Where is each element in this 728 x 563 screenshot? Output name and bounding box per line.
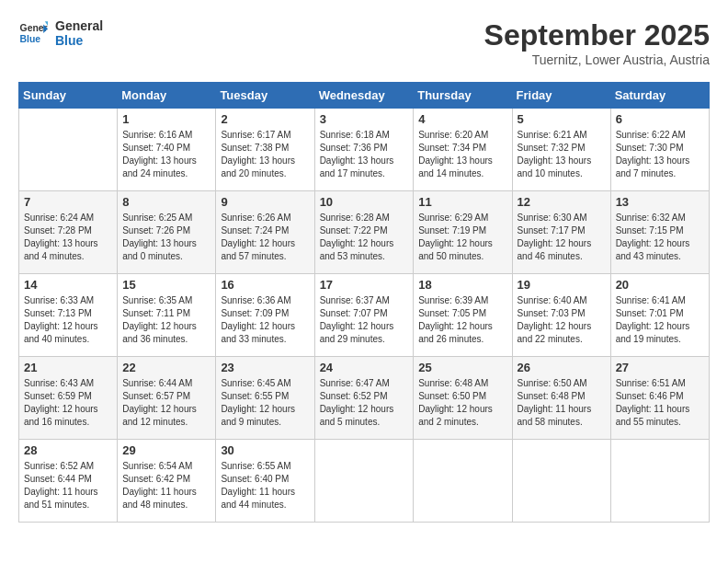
weekday-header-wednesday: Wednesday: [314, 83, 414, 109]
title-block: September 2025 Tuernitz, Lower Austria, …: [484, 18, 710, 67]
calendar-cell: 20Sunrise: 6:41 AM Sunset: 7:01 PM Dayli…: [610, 274, 709, 357]
day-number: 17: [320, 278, 409, 292]
day-number: 9: [221, 195, 309, 209]
calendar-cell: [314, 440, 414, 523]
day-info: Sunrise: 6:16 AM Sunset: 7:40 PM Dayligh…: [122, 129, 210, 180]
day-info: Sunrise: 6:54 AM Sunset: 6:42 PM Dayligh…: [122, 460, 210, 511]
calendar-cell: 10Sunrise: 6:28 AM Sunset: 7:22 PM Dayli…: [314, 191, 414, 274]
calendar-cell: 11Sunrise: 6:29 AM Sunset: 7:19 PM Dayli…: [414, 191, 512, 274]
calendar-cell: 13Sunrise: 6:32 AM Sunset: 7:15 PM Dayli…: [610, 191, 709, 274]
day-number: 25: [418, 361, 506, 374]
calendar-cell: 24Sunrise: 6:47 AM Sunset: 6:52 PM Dayli…: [314, 357, 414, 440]
calendar-cell: [19, 109, 118, 191]
day-number: 30: [221, 443, 309, 457]
day-info: Sunrise: 6:36 AM Sunset: 7:09 PM Dayligh…: [221, 294, 309, 346]
day-info: Sunrise: 6:50 AM Sunset: 6:48 PM Dayligh…: [518, 377, 606, 429]
day-number: 23: [221, 361, 309, 374]
week-row-3: 14Sunrise: 6:33 AM Sunset: 7:13 PM Dayli…: [19, 274, 710, 357]
weekday-header-sunday: Sunday: [19, 83, 118, 109]
day-info: Sunrise: 6:26 AM Sunset: 7:24 PM Dayligh…: [221, 212, 309, 263]
day-info: Sunrise: 6:30 AM Sunset: 7:17 PM Dayligh…: [518, 212, 606, 263]
day-info: Sunrise: 6:18 AM Sunset: 7:36 PM Dayligh…: [320, 129, 409, 180]
calendar-cell: 15Sunrise: 6:35 AM Sunset: 7:11 PM Dayli…: [118, 274, 216, 357]
day-info: Sunrise: 6:28 AM Sunset: 7:22 PM Dayligh…: [320, 212, 409, 263]
logo: General Blue General Blue: [18, 18, 103, 48]
calendar-cell: 19Sunrise: 6:40 AM Sunset: 7:03 PM Dayli…: [512, 274, 610, 357]
calendar-cell: 16Sunrise: 6:36 AM Sunset: 7:09 PM Dayli…: [216, 274, 314, 357]
day-info: Sunrise: 6:37 AM Sunset: 7:07 PM Dayligh…: [320, 294, 409, 346]
day-info: Sunrise: 6:21 AM Sunset: 7:32 PM Dayligh…: [518, 129, 606, 180]
day-info: Sunrise: 6:40 AM Sunset: 7:03 PM Dayligh…: [518, 294, 606, 346]
day-info: Sunrise: 6:33 AM Sunset: 7:13 PM Dayligh…: [24, 294, 112, 346]
day-number: 7: [24, 195, 112, 209]
calendar-cell: 25Sunrise: 6:48 AM Sunset: 6:50 PM Dayli…: [414, 357, 512, 440]
calendar-cell: [610, 440, 709, 523]
calendar-cell: 28Sunrise: 6:52 AM Sunset: 6:44 PM Dayli…: [19, 440, 118, 523]
day-info: Sunrise: 6:55 AM Sunset: 6:40 PM Dayligh…: [221, 460, 309, 511]
calendar-table: SundayMondayTuesdayWednesdayThursdayFrid…: [18, 82, 710, 523]
weekday-header-monday: Monday: [118, 83, 216, 109]
day-number: 2: [221, 112, 309, 126]
day-number: 28: [24, 443, 112, 457]
calendar-cell: 29Sunrise: 6:54 AM Sunset: 6:42 PM Dayli…: [118, 440, 216, 523]
day-info: Sunrise: 6:24 AM Sunset: 7:28 PM Dayligh…: [24, 212, 112, 263]
day-info: Sunrise: 6:51 AM Sunset: 6:46 PM Dayligh…: [616, 377, 704, 429]
calendar-cell: 22Sunrise: 6:44 AM Sunset: 6:57 PM Dayli…: [118, 357, 216, 440]
day-number: 8: [122, 195, 210, 209]
logo-line1: General: [55, 18, 103, 33]
day-number: 14: [24, 278, 112, 292]
day-info: Sunrise: 6:35 AM Sunset: 7:11 PM Dayligh…: [122, 294, 210, 346]
calendar-cell: 14Sunrise: 6:33 AM Sunset: 7:13 PM Dayli…: [19, 274, 118, 357]
weekday-header-saturday: Saturday: [610, 83, 709, 109]
day-info: Sunrise: 6:22 AM Sunset: 7:30 PM Dayligh…: [616, 129, 704, 180]
week-row-5: 28Sunrise: 6:52 AM Sunset: 6:44 PM Dayli…: [19, 440, 710, 523]
calendar-cell: 21Sunrise: 6:43 AM Sunset: 6:59 PM Dayli…: [19, 357, 118, 440]
calendar-cell: 8Sunrise: 6:25 AM Sunset: 7:26 PM Daylig…: [118, 191, 216, 274]
calendar-cell: 5Sunrise: 6:21 AM Sunset: 7:32 PM Daylig…: [512, 109, 610, 191]
weekday-header-row: SundayMondayTuesdayWednesdayThursdayFrid…: [19, 83, 710, 109]
day-info: Sunrise: 6:43 AM Sunset: 6:59 PM Dayligh…: [24, 377, 112, 429]
day-info: Sunrise: 6:45 AM Sunset: 6:55 PM Dayligh…: [221, 377, 309, 429]
day-number: 12: [518, 195, 606, 209]
day-info: Sunrise: 6:48 AM Sunset: 6:50 PM Dayligh…: [418, 377, 506, 429]
day-info: Sunrise: 6:32 AM Sunset: 7:15 PM Dayligh…: [616, 212, 704, 263]
calendar-cell: 27Sunrise: 6:51 AM Sunset: 6:46 PM Dayli…: [610, 357, 709, 440]
week-row-4: 21Sunrise: 6:43 AM Sunset: 6:59 PM Dayli…: [19, 357, 710, 440]
calendar-cell: 26Sunrise: 6:50 AM Sunset: 6:48 PM Dayli…: [512, 357, 610, 440]
calendar-cell: 7Sunrise: 6:24 AM Sunset: 7:28 PM Daylig…: [19, 191, 118, 274]
day-info: Sunrise: 6:29 AM Sunset: 7:19 PM Dayligh…: [418, 212, 506, 263]
calendar-cell: [414, 440, 512, 523]
page-header: General Blue General Blue September 2025…: [18, 18, 710, 67]
location: Tuernitz, Lower Austria, Austria: [484, 52, 710, 67]
day-info: Sunrise: 6:17 AM Sunset: 7:38 PM Dayligh…: [221, 129, 309, 180]
day-number: 11: [418, 195, 506, 209]
calendar-cell: 30Sunrise: 6:55 AM Sunset: 6:40 PM Dayli…: [216, 440, 314, 523]
day-number: 19: [518, 278, 606, 292]
calendar-cell: 4Sunrise: 6:20 AM Sunset: 7:34 PM Daylig…: [414, 109, 512, 191]
day-number: 10: [320, 195, 409, 209]
logo-icon: General Blue: [18, 18, 48, 48]
weekday-header-tuesday: Tuesday: [216, 83, 314, 109]
weekday-header-thursday: Thursday: [414, 83, 512, 109]
calendar-cell: [512, 440, 610, 523]
day-number: 15: [122, 278, 210, 292]
day-info: Sunrise: 6:47 AM Sunset: 6:52 PM Dayligh…: [320, 377, 409, 429]
day-info: Sunrise: 6:44 AM Sunset: 6:57 PM Dayligh…: [122, 377, 210, 429]
month-title: September 2025: [484, 18, 710, 52]
calendar-cell: 3Sunrise: 6:18 AM Sunset: 7:36 PM Daylig…: [314, 109, 414, 191]
calendar-cell: 6Sunrise: 6:22 AM Sunset: 7:30 PM Daylig…: [610, 109, 709, 191]
day-number: 20: [616, 278, 704, 292]
calendar-cell: 23Sunrise: 6:45 AM Sunset: 6:55 PM Dayli…: [216, 357, 314, 440]
day-number: 24: [320, 361, 409, 374]
calendar-cell: 2Sunrise: 6:17 AM Sunset: 7:38 PM Daylig…: [216, 109, 314, 191]
day-number: 27: [616, 361, 704, 374]
day-number: 5: [518, 112, 606, 126]
day-number: 6: [616, 112, 704, 126]
day-info: Sunrise: 6:41 AM Sunset: 7:01 PM Dayligh…: [616, 294, 704, 346]
day-number: 3: [320, 112, 409, 126]
calendar-cell: 9Sunrise: 6:26 AM Sunset: 7:24 PM Daylig…: [216, 191, 314, 274]
day-number: 16: [221, 278, 309, 292]
day-number: 18: [418, 278, 506, 292]
svg-text:Blue: Blue: [20, 34, 41, 44]
day-number: 21: [24, 361, 112, 374]
